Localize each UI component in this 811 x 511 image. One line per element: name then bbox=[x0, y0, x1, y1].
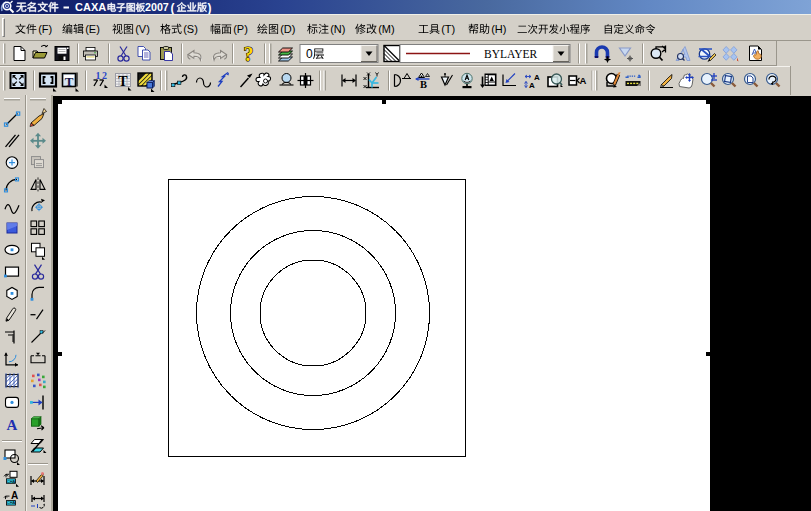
svg-text:A: A bbox=[529, 81, 535, 90]
svg-text:(E): (E) bbox=[85, 23, 100, 35]
svg-text:(P): (P) bbox=[233, 23, 248, 35]
svg-text:2: 2 bbox=[102, 70, 107, 81]
svg-text:(N): (N) bbox=[330, 23, 345, 35]
svg-text:A: A bbox=[7, 417, 18, 433]
svg-text:A: A bbox=[580, 75, 587, 86]
svg-text:(F): (F) bbox=[38, 23, 52, 35]
svg-text:?: ? bbox=[244, 43, 254, 65]
svg-text:(D): (D) bbox=[280, 23, 295, 35]
svg-text:(H): (H) bbox=[491, 23, 506, 35]
svg-text:0: 0 bbox=[306, 47, 313, 61]
svg-text:(: ( bbox=[171, 1, 175, 15]
svg-text:(S): (S) bbox=[183, 23, 198, 35]
svg-text:2007: 2007 bbox=[145, 1, 169, 13]
svg-text:CHA: CHA bbox=[7, 500, 16, 505]
svg-text:T: T bbox=[118, 74, 128, 89]
svg-text:B: B bbox=[420, 79, 427, 90]
svg-text:BYLAYER: BYLAYER bbox=[484, 48, 538, 60]
svg-text:1: 1 bbox=[96, 70, 101, 81]
svg-text:): ) bbox=[208, 1, 212, 15]
svg-text:(V): (V) bbox=[135, 23, 150, 35]
svg-text:(M): (M) bbox=[378, 23, 395, 35]
svg-text:CHA: CHA bbox=[7, 479, 16, 484]
svg-text:A: A bbox=[534, 73, 540, 82]
svg-text:T: T bbox=[65, 74, 74, 89]
svg-text:(T): (T) bbox=[441, 23, 455, 35]
svg-text:CAXA: CAXA bbox=[75, 1, 106, 13]
